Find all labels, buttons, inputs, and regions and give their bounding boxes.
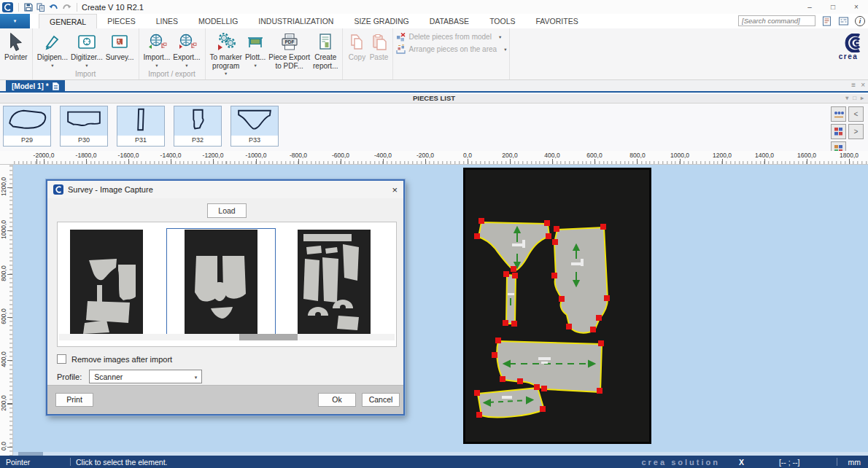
model-document-icon [53, 82, 59, 90]
keyboard-shortcuts-icon[interactable] [838, 16, 849, 26]
tab-tools[interactable]: TOOLS [479, 14, 525, 28]
tab-pieces[interactable]: PIECES [97, 14, 146, 28]
cursor-coordinates: [-- ; --] [779, 458, 800, 467]
undo-icon[interactable] [49, 3, 58, 11]
file-menu-button[interactable]: ▾ [0, 14, 30, 28]
next-pieces-button[interactable]: > [848, 124, 864, 139]
app-icon[interactable] [2, 2, 13, 12]
dialog-close-icon[interactable]: × [392, 185, 398, 195]
sort-icon [834, 127, 843, 136]
sort-pieces-button-1[interactable] [831, 106, 846, 122]
tab-general[interactable]: GENERAL [39, 14, 97, 28]
pin-icon[interactable]: □ [853, 94, 856, 103]
horizontal-ruler: -2000,0 -1800,0 -1600,0 -1400,0 -1200,0 … [13, 151, 868, 165]
quick-access-toolbar [0, 2, 79, 12]
model-tab-label: [Model 1] * [12, 82, 49, 90]
tab-database[interactable]: DATABASE [419, 14, 479, 28]
sort-pieces-button-2[interactable] [831, 124, 846, 139]
survey-button[interactable]: Survey... [104, 29, 136, 62]
plotter-button[interactable]: Plott... ▾ [244, 29, 267, 67]
dropdown-caret-icon: ▾ [155, 63, 158, 67]
tab-lines[interactable]: LINES [146, 14, 188, 28]
ruler-label: 1400,0 [755, 152, 774, 159]
piece-label: P32 [174, 136, 221, 146]
close-button[interactable]: × [845, 0, 868, 14]
scrollbar-thumb[interactable] [239, 334, 298, 340]
panel-menu-icon[interactable]: ≡ [851, 81, 856, 89]
scanned-pattern-image[interactable] [465, 170, 649, 442]
maximize-button[interactable]: □ [821, 0, 845, 14]
search-command-input[interactable] [738, 15, 815, 26]
save-icon[interactable] [24, 3, 33, 12]
panel-close-icon[interactable]: × [861, 81, 865, 89]
previous-pieces-button[interactable]: < [848, 106, 864, 122]
save-all-icon[interactable] [36, 3, 45, 12]
paste-button[interactable]: Paste [368, 29, 390, 62]
search-area: i [738, 15, 865, 26]
digipen-button[interactable]: Digipen... ▾ [36, 29, 69, 67]
survey-image-capture-dialog: Survey - Image Capture × Load ◂ ▸ [46, 179, 405, 416]
ribbon: Pointer Digipen... ▾ Digitizer... [0, 28, 868, 80]
piece-wide-rect [497, 341, 602, 392]
piece-label: P33 [231, 136, 278, 146]
piece-thumbnail-p30[interactable]: P30 [60, 106, 108, 147]
dialog-title-bar[interactable]: Survey - Image Capture × [47, 181, 403, 198]
scan-thumbnail-2-selected[interactable] [166, 228, 276, 338]
select-caret-icon: ▾ [195, 375, 198, 379]
piece-export-pdf-button[interactable]: PDF Piece Export to PDF... [267, 29, 311, 70]
tab-size-grading[interactable]: SIZE GRADING [344, 14, 419, 28]
load-button[interactable]: Load [207, 203, 247, 218]
collapse-chevron-icon[interactable]: ▾ [845, 94, 848, 103]
import-button[interactable]: Import... ▾ [142, 29, 172, 67]
redo-icon[interactable] [62, 3, 71, 11]
piece-thumbnail-p29[interactable]: P29 [3, 106, 51, 147]
nav-left-icon: < [854, 110, 859, 118]
tab-industrialization[interactable]: INDUSTRIALIZATION [248, 14, 344, 28]
arrange-pieces-icon [396, 44, 406, 54]
piece-label: P31 [117, 136, 164, 146]
ruler-label: 1200,0 [0, 172, 7, 201]
piece-thumbnail-p33[interactable]: P33 [230, 106, 279, 147]
model-tab[interactable]: [Model 1] * [6, 80, 65, 93]
export-button[interactable]: Export... ▾ [171, 29, 201, 67]
minimize-button[interactable]: – [798, 0, 821, 14]
ruler-label: 600,0 [586, 152, 602, 159]
delete-pieces-button[interactable]: Delete pieces from model ▾ [396, 31, 506, 42]
pointer-button[interactable]: Pointer [3, 29, 29, 62]
thumbnails-scrollbar[interactable] [59, 334, 395, 340]
profile-row: Profile: Scanner ▾ [57, 370, 202, 383]
scan-thumbnail-1[interactable] [70, 230, 143, 336]
copy-button[interactable]: Copy [346, 29, 368, 62]
piece-thumbnail-p32[interactable]: P32 [174, 106, 222, 147]
ok-button[interactable]: Ok [318, 393, 356, 407]
create-report-button[interactable]: Create report... [311, 29, 339, 70]
ruler-label: -1800,0 [76, 152, 97, 159]
gears-icon [215, 31, 237, 53]
tab-favorites[interactable]: FAVORITES [526, 14, 589, 28]
dropdown-caret-icon: ▾ [499, 35, 501, 39]
print-button[interactable]: Print [55, 393, 93, 407]
expand-chevron-icon[interactable]: ▸ [861, 94, 864, 103]
piece-outline [231, 106, 278, 136]
to-marker-program-button[interactable]: To marker program ▾ [209, 29, 244, 75]
dropdown-caret-icon: ▾ [255, 63, 257, 67]
arrange-pieces-button[interactable]: Arrange pieces on the area ▾ [396, 44, 506, 55]
piece-thumbnail-p31[interactable]: P31 [117, 106, 165, 147]
command-list-icon[interactable] [821, 16, 832, 26]
ribbon-tab-row: ▾ GENERAL PIECES LINES MODELLIG INDUSTRI… [0, 14, 868, 28]
cancel-button[interactable]: Cancel [362, 393, 400, 407]
scan-thumbnail-3[interactable] [298, 230, 371, 336]
crea-solution-brand: crea solution [641, 458, 719, 467]
profile-select[interactable]: Scanner ▾ [89, 370, 202, 383]
ruler-label: 1800,0 [840, 152, 859, 159]
ruler-label: 600,0 [0, 302, 7, 331]
ruler-label: 1000,0 [0, 215, 7, 244]
info-icon[interactable]: i [855, 16, 865, 26]
pdf-icon-text: PDF [284, 39, 294, 44]
ruler-label: 800,0 [629, 152, 645, 159]
digitizer-button[interactable]: Digitizer... ▾ [69, 29, 104, 67]
remove-images-checkbox[interactable] [57, 354, 66, 364]
tab-modellig[interactable]: MODELLIG [188, 14, 248, 28]
units-indicator: mm [837, 458, 861, 467]
divider [70, 458, 71, 466]
